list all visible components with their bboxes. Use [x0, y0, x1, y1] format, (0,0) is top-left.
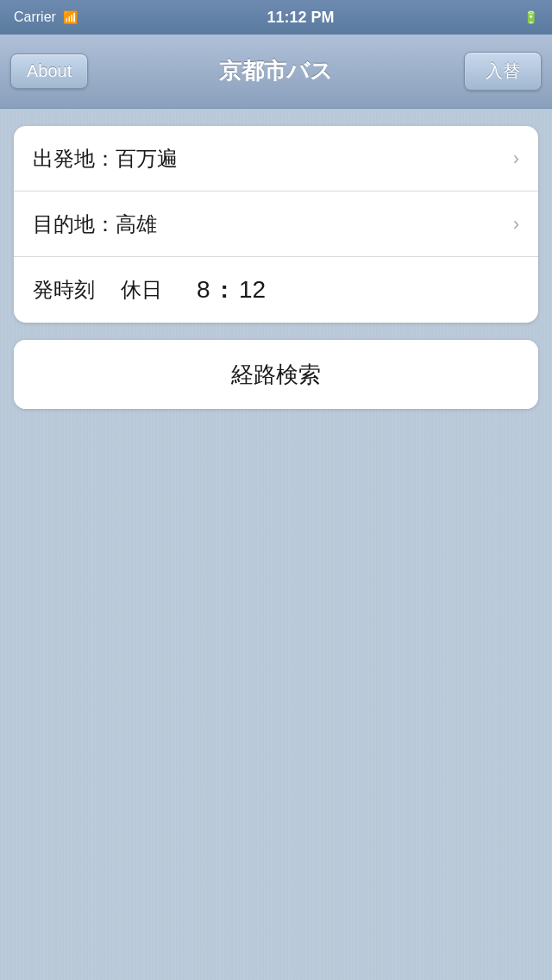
about-button[interactable]: About	[10, 53, 88, 89]
departure-hour: 8	[197, 276, 210, 304]
main-content: 出発地：百万遍 › 目的地：高雄 › 発時刻 休日 8 : 12 経路検索	[0, 109, 552, 980]
origin-row[interactable]: 出発地：百万遍 ›	[14, 126, 538, 192]
search-card[interactable]: 経路検索	[14, 340, 538, 409]
departure-time: 8 : 12	[197, 276, 266, 304]
destination-label: 目的地：高雄	[33, 210, 157, 238]
nav-title: 京都市バス	[219, 56, 333, 86]
form-card: 出発地：百万遍 › 目的地：高雄 › 発時刻 休日 8 : 12	[14, 126, 538, 323]
status-bar: Carrier 📶 11:12 PM 🔋	[0, 0, 552, 35]
destination-chevron-icon: ›	[513, 213, 519, 236]
time-colon: :	[221, 276, 229, 304]
departure-row[interactable]: 発時刻 休日 8 : 12	[14, 257, 538, 323]
swap-button[interactable]: 入替	[464, 52, 542, 91]
wifi-icon: 📶	[63, 10, 78, 24]
nav-bar: About 京都市バス 入替	[0, 35, 552, 109]
search-button[interactable]: 経路検索	[14, 340, 538, 409]
departure-minute: 12	[239, 276, 266, 304]
departure-type: 休日	[121, 276, 162, 304]
battery-icon: 🔋	[524, 10, 538, 24]
departure-label: 発時刻	[33, 276, 95, 304]
carrier-label: Carrier	[14, 9, 56, 25]
status-time: 11:12 PM	[267, 9, 334, 27]
origin-label: 出発地：百万遍	[33, 145, 178, 173]
origin-chevron-icon: ›	[513, 148, 519, 170]
status-left: Carrier 📶	[14, 9, 78, 25]
destination-row[interactable]: 目的地：高雄 ›	[14, 192, 538, 257]
